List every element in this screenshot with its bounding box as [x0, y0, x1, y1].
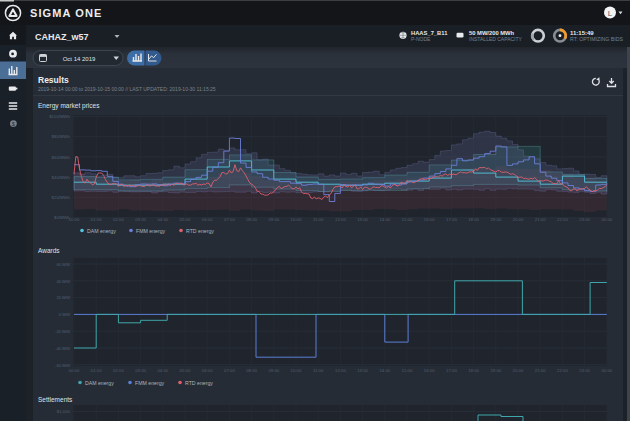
- svg-text:00:00: 00:00: [601, 217, 612, 222]
- svg-text:22:00: 22:00: [557, 368, 568, 373]
- svg-text:2019-10-14 00:00 to 2019-10-15: 2019-10-14 00:00 to 2019-10-15 00:00 // …: [38, 86, 216, 92]
- svg-text:13:00: 13:00: [357, 217, 368, 222]
- svg-text:SIGMA ONE: SIGMA ONE: [30, 7, 102, 19]
- svg-text:08:00: 08:00: [246, 368, 257, 373]
- svg-text:INSTALLED CAPACITY: INSTALLED CAPACITY: [469, 36, 523, 42]
- svg-text:09:00: 09:00: [268, 368, 279, 373]
- svg-text:DAM energy: DAM energy: [87, 228, 116, 234]
- svg-text:13:00: 13:00: [357, 368, 368, 373]
- svg-text:16:00: 16:00: [424, 217, 435, 222]
- svg-text:0 MW: 0 MW: [59, 312, 71, 317]
- svg-text:-20 MW: -20 MW: [55, 329, 71, 334]
- svg-text:19:00: 19:00: [490, 368, 501, 373]
- svg-text:16:00: 16:00: [424, 368, 435, 373]
- svg-text:01:00: 01:00: [91, 217, 102, 222]
- svg-text:$80/MWh: $80/MWh: [52, 134, 71, 139]
- svg-text:Awards: Awards: [38, 247, 60, 254]
- svg-text:18:00: 18:00: [468, 368, 479, 373]
- svg-text:01:00: 01:00: [91, 368, 102, 373]
- svg-text:$1,000: $1,000: [57, 409, 71, 414]
- svg-text:DAM energy: DAM energy: [85, 380, 114, 386]
- svg-text:23:00: 23:00: [579, 217, 590, 222]
- svg-text:12:00: 12:00: [335, 368, 346, 373]
- svg-text:09:00: 09:00: [268, 217, 279, 222]
- svg-text:15:00: 15:00: [402, 217, 413, 222]
- svg-text:06:00: 06:00: [202, 217, 213, 222]
- svg-text:22:00: 22:00: [557, 217, 568, 222]
- svg-text:05:00: 05:00: [180, 368, 191, 373]
- svg-text:05:00: 05:00: [180, 217, 191, 222]
- svg-text:08:00: 08:00: [246, 217, 257, 222]
- svg-text:-40 MW: -40 MW: [55, 346, 71, 351]
- svg-text:FMM energy: FMM energy: [135, 380, 165, 386]
- svg-text:L: L: [608, 9, 613, 18]
- svg-text:03:00: 03:00: [135, 368, 146, 373]
- svg-text:14:00: 14:00: [379, 217, 390, 222]
- svg-text:00:00: 00:00: [69, 368, 80, 373]
- svg-text:21:00: 21:00: [535, 368, 546, 373]
- svg-text:07:00: 07:00: [224, 217, 235, 222]
- svg-text:17:00: 17:00: [446, 217, 457, 222]
- svg-text:21:00: 21:00: [535, 217, 546, 222]
- svg-text:12:00: 12:00: [335, 217, 346, 222]
- svg-text:20:00: 20:00: [513, 217, 524, 222]
- svg-text:RTD energy: RTD energy: [185, 380, 213, 386]
- svg-text:15:00: 15:00: [402, 368, 413, 373]
- svg-text:23:00: 23:00: [579, 368, 590, 373]
- svg-text:Energy market prices: Energy market prices: [38, 102, 100, 110]
- svg-text:11:00: 11:00: [313, 217, 324, 222]
- svg-text:$40/MWh: $40/MWh: [52, 175, 71, 180]
- svg-text:$: $: [12, 121, 15, 127]
- svg-text:04:00: 04:00: [157, 368, 168, 373]
- svg-text:10:00: 10:00: [291, 368, 302, 373]
- svg-text:RTD energy: RTD energy: [186, 228, 214, 234]
- svg-text:02:00: 02:00: [113, 368, 124, 373]
- svg-text:00:00: 00:00: [601, 368, 612, 373]
- svg-text:RT: OPTIMIZING BIDS: RT: OPTIMIZING BIDS: [570, 36, 623, 42]
- svg-text:20 MW: 20 MW: [56, 295, 71, 300]
- svg-text:CAHAZ_w57: CAHAZ_w57: [35, 32, 89, 42]
- svg-text:40 MW: 40 MW: [56, 279, 71, 284]
- svg-text:Results: Results: [38, 75, 69, 85]
- svg-text:Oct 14 2019: Oct 14 2019: [63, 56, 96, 62]
- svg-text:60 MW: 60 MW: [56, 262, 71, 267]
- svg-text:Settlements: Settlements: [38, 396, 73, 403]
- svg-text:FMM energy: FMM energy: [136, 228, 166, 234]
- svg-text:07:00: 07:00: [224, 368, 235, 373]
- svg-text:03:00: 03:00: [135, 217, 146, 222]
- svg-text:$100/MWh: $100/MWh: [49, 114, 70, 119]
- svg-text:$20/MWh: $20/MWh: [52, 195, 71, 200]
- svg-text:19:00: 19:00: [490, 217, 501, 222]
- svg-text:02:00: 02:00: [113, 217, 124, 222]
- svg-text:04:00: 04:00: [157, 217, 168, 222]
- svg-text:18:00: 18:00: [468, 217, 479, 222]
- svg-text:14:00: 14:00: [379, 368, 390, 373]
- svg-text:$60/MWh: $60/MWh: [52, 155, 71, 160]
- svg-text:06:00: 06:00: [202, 368, 213, 373]
- svg-text:00:00: 00:00: [69, 217, 80, 222]
- svg-text:-60 MW: -60 MW: [55, 363, 71, 368]
- svg-text:17:00: 17:00: [446, 368, 457, 373]
- svg-text:20:00: 20:00: [513, 368, 524, 373]
- svg-text:10:00: 10:00: [291, 217, 302, 222]
- svg-text:11:00: 11:00: [313, 368, 324, 373]
- svg-text:P-NODE: P-NODE: [411, 36, 431, 42]
